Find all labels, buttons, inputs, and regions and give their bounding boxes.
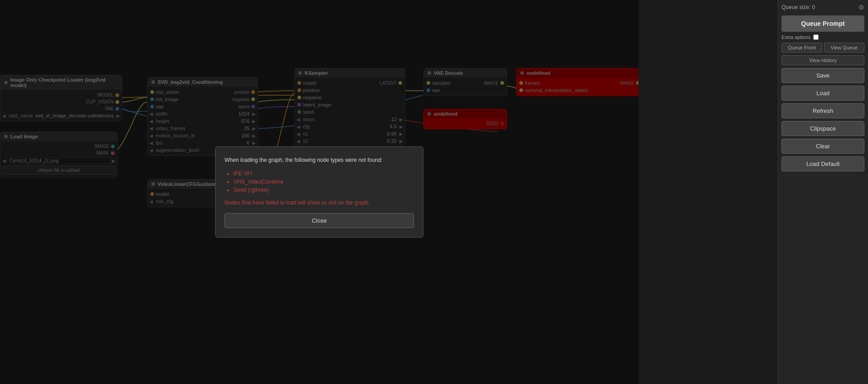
queue-size-label: Queue size: 0 [782,4,815,10]
load-default-button[interactable]: Load Default [782,156,864,171]
queue-prompt-button[interactable]: Queue Prompt [782,15,864,32]
missing-node-2: Seed (rgthree) [234,187,414,193]
dialog-note: Nodes that have failed to load will show… [225,199,414,206]
queue-front-button[interactable]: Queue Front [782,43,822,53]
view-history-button[interactable]: View History [782,55,864,65]
extra-options-checkbox[interactable] [813,34,819,40]
missing-node-1: VHS_VideoCombine [234,179,414,185]
clear-button[interactable]: Clear [782,139,864,154]
extra-options-label: Extra options [782,34,810,40]
extra-options-row: Extra options [782,34,864,40]
queue-buttons-row: Queue Front View Queue [782,43,864,53]
dialog-close-button[interactable]: Close [225,213,414,228]
save-button[interactable]: Save [782,68,864,83]
refresh-button[interactable]: Refresh [782,103,864,118]
right-sidebar: Queue size: 0 ⚙ Queue Prompt Extra optio… [777,0,868,384]
canvas-area: Image Only Checkpoint Loader (img2vid mo… [0,0,638,384]
view-queue-button[interactable]: View Queue [824,43,865,53]
load-button[interactable]: Load [782,86,864,101]
clipspace-button[interactable]: Clipspace [782,121,864,136]
error-dialog: When loading the graph, the following no… [215,146,423,238]
gear-icon[interactable]: ⚙ [858,4,864,11]
sidebar-top: Queue size: 0 ⚙ [782,4,864,11]
missing-node-0: IFE VFI [234,170,414,177]
sidebar-spacer [782,174,864,380]
dialog-overlay: When loading the graph, the following no… [0,0,638,384]
dialog-missing-nodes-list: IFE VFI VHS_VideoCombine Seed (rgthree) [225,170,414,193]
dialog-message: When loading the graph, the following no… [225,156,414,164]
